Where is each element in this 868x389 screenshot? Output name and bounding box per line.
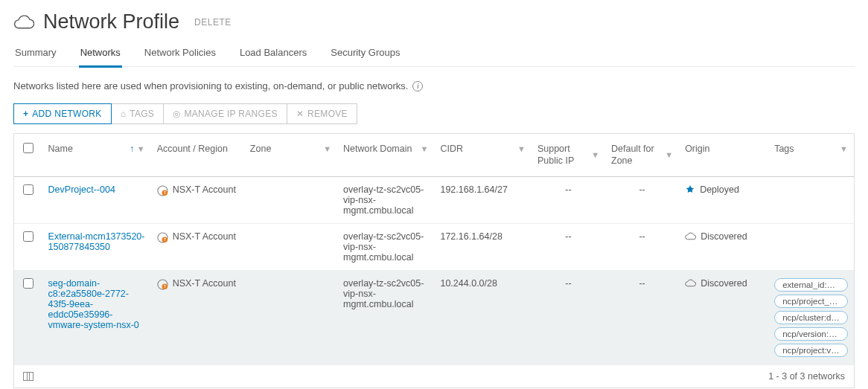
tags-cell: external_id:8…ncp/project_u…ncp/cluster:… <box>774 278 848 357</box>
network-name-link[interactable]: DevProject--004 <box>48 184 115 195</box>
nsx-t-icon: T <box>157 232 168 243</box>
add-network-label: ADD NETWORK <box>32 109 101 119</box>
col-header-name[interactable]: Name↑ ▼ <box>42 134 151 176</box>
cloud-icon <box>685 232 696 241</box>
cidr-cell: 192.168.1.64/27 <box>434 176 531 223</box>
cloud-icon <box>685 279 696 288</box>
page-title: Network Profile <box>43 10 179 33</box>
account-text: NSX-T Account <box>173 184 236 195</box>
origin-text: Deployed <box>700 184 739 195</box>
tags-button[interactable]: ⌂TAGS <box>112 103 165 124</box>
manage-label: MANAGE IP RANGES <box>184 109 277 119</box>
networks-table: Name↑ ▼ Account / Region Zone▼ Network D… <box>14 134 854 365</box>
col-header-account[interactable]: Account / Region <box>151 134 244 176</box>
tag-chip[interactable]: ncp/project_u… <box>774 295 848 308</box>
svg-text:T: T <box>164 238 166 242</box>
manage-ip-ranges-button[interactable]: ◎MANAGE IP RANGES <box>164 103 287 124</box>
sort-asc-icon[interactable]: ↑ <box>130 144 134 154</box>
support-public-ip-cell: -- <box>532 176 605 223</box>
row-checkbox[interactable] <box>23 278 33 289</box>
filter-icon[interactable]: ▼ <box>323 144 331 154</box>
svg-text:T: T <box>164 285 166 289</box>
col-header-tags[interactable]: Tags▼ <box>768 134 854 176</box>
col-name-label: Name <box>48 143 73 155</box>
filter-icon[interactable]: ▼ <box>665 150 673 160</box>
tag-chip[interactable]: ncp/project:v… <box>774 344 848 357</box>
toolbar: +ADD NETWORK ⌂TAGS ◎MANAGE IP RANGES ✕RE… <box>13 103 855 124</box>
col-zone-label: Zone <box>250 143 272 155</box>
support-public-ip-cell: -- <box>532 223 605 270</box>
origin-text: Discovered <box>701 231 747 242</box>
network-domain-cell: overlay-tz-sc2vc05-vip-nsx-mgmt.cmbu.loc… <box>337 270 434 364</box>
tag-chip[interactable]: external_id:8… <box>774 278 848 292</box>
col-header-default[interactable]: Default for Zone▼ <box>605 134 679 176</box>
select-all-checkbox[interactable] <box>23 143 33 153</box>
tab-security-groups[interactable]: Security Groups <box>329 41 401 68</box>
remove-button[interactable]: ✕REMOVE <box>287 103 357 124</box>
filter-icon[interactable]: ▼ <box>137 144 145 153</box>
col-header-origin[interactable]: Origin <box>679 134 768 176</box>
col-account-label: Account / Region <box>157 143 228 155</box>
svg-text:T: T <box>164 191 166 195</box>
default-for-zone-cell: -- <box>605 176 679 223</box>
col-header-cidr[interactable]: CIDR▼ <box>434 134 531 176</box>
network-name-link[interactable]: seg-domain-c8:e2a5580e-2772-43f5-9eea-ed… <box>48 278 139 330</box>
manage-icon: ◎ <box>173 109 180 119</box>
cloud-icon <box>13 14 34 30</box>
networks-table-wrap: Name↑ ▼ Account / Region Zone▼ Network D… <box>13 133 855 388</box>
filter-icon[interactable]: ▼ <box>591 150 599 160</box>
column-picker-button[interactable] <box>23 372 33 381</box>
tabs: Summary Networks Network Policies Load B… <box>13 41 855 67</box>
add-network-button[interactable]: +ADD NETWORK <box>13 103 112 124</box>
table-footer: 1 - 3 of 3 networks <box>14 365 854 388</box>
col-tags-label: Tags <box>774 143 794 155</box>
filter-icon[interactable]: ▼ <box>517 144 526 154</box>
cidr-cell: 10.244.0.0/28 <box>434 270 531 364</box>
col-header-support[interactable]: Support Public IP▼ <box>532 134 605 176</box>
page-header: Network Profile DELETE <box>13 10 855 33</box>
tag-chip[interactable]: ncp/version:1.… <box>774 327 848 341</box>
table-row: seg-domain-c8:e2a5580e-2772-43f5-9eea-ed… <box>14 270 854 364</box>
nsx-t-icon: T <box>157 279 168 290</box>
filter-icon[interactable]: ▼ <box>421 144 429 154</box>
table-row: External-mcm1373520-150877845350TNSX-T A… <box>14 223 854 270</box>
col-domain-label: Network Domain <box>343 143 412 155</box>
info-bar: Networks listed here are used when provi… <box>13 80 855 91</box>
support-public-ip-cell: -- <box>532 270 605 364</box>
zone-cell <box>244 270 337 364</box>
nsx-t-icon: T <box>157 185 168 196</box>
default-for-zone-cell: -- <box>605 270 679 364</box>
tag-chip[interactable]: ncp/cluster:d… <box>774 311 848 324</box>
origin-text: Discovered <box>701 278 747 289</box>
row-checkbox[interactable] <box>23 184 33 195</box>
plus-icon: + <box>23 109 28 119</box>
pagination-text: 1 - 3 of 3 networks <box>768 371 845 382</box>
col-support-label: Support Public IP <box>537 143 588 167</box>
deployed-icon <box>685 184 695 195</box>
cidr-cell: 172.16.1.64/28 <box>434 223 531 270</box>
tags-label: TAGS <box>130 109 154 119</box>
account-text: NSX-T Account <box>173 278 236 289</box>
col-header-zone[interactable]: Zone▼ <box>244 134 337 176</box>
tab-networks[interactable]: Networks <box>79 41 122 68</box>
tab-load-balancers[interactable]: Load Balancers <box>238 41 308 68</box>
tab-summary[interactable]: Summary <box>13 41 58 68</box>
table-row: DevProject--004TNSX-T Accountoverlay-tz-… <box>14 176 854 223</box>
zone-cell <box>244 176 337 223</box>
network-name-link[interactable]: External-mcm1373520-150877845350 <box>48 231 145 252</box>
account-text: NSX-T Account <box>173 231 236 242</box>
tab-network-policies[interactable]: Network Policies <box>143 41 217 68</box>
tag-icon: ⌂ <box>121 109 127 119</box>
delete-button[interactable]: DELETE <box>194 17 232 28</box>
signpost-icon[interactable]: i <box>412 81 423 91</box>
network-domain-cell: overlay-tz-sc2vc05-vip-nsx-mgmt.cmbu.loc… <box>337 176 434 223</box>
info-text: Networks listed here are used when provi… <box>13 80 408 91</box>
col-header-domain[interactable]: Network Domain▼ <box>337 134 434 176</box>
col-origin-label: Origin <box>685 143 709 155</box>
filter-icon[interactable]: ▼ <box>840 144 848 154</box>
col-default-label: Default for Zone <box>611 143 662 167</box>
row-checkbox[interactable] <box>23 231 33 242</box>
col-cidr-label: CIDR <box>440 143 463 155</box>
remove-icon: ✕ <box>296 109 304 119</box>
zone-cell <box>244 223 337 270</box>
